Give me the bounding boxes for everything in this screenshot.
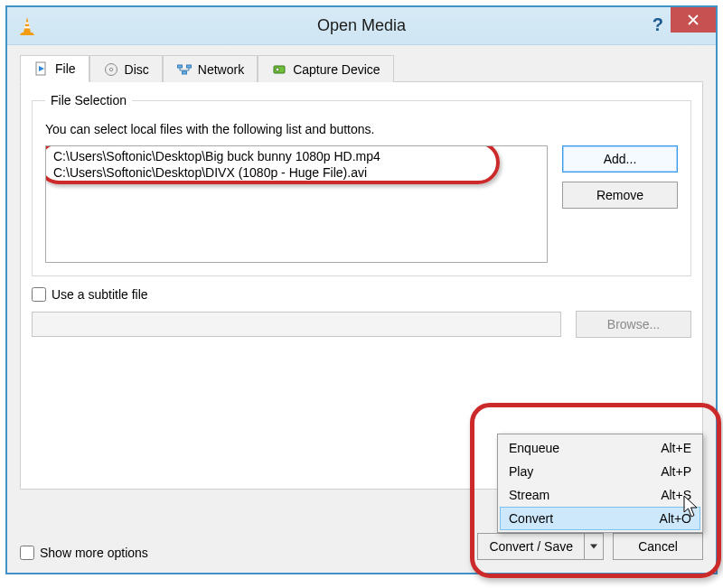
file-selection-hint: You can select local files with the foll… (45, 122, 678, 136)
svg-marker-3 (20, 33, 34, 35)
menu-item-stream[interactable]: Stream Alt+S (500, 483, 700, 507)
file-item[interactable]: C:\Users\Softonic\Desktop\DIVX (1080p - … (46, 164, 547, 181)
menu-accel: Alt+P (661, 464, 691, 479)
svg-point-12 (276, 68, 279, 71)
vlc-cone-icon (18, 16, 36, 36)
menu-item-enqueue[interactable]: Enqueue Alt+E (500, 436, 700, 460)
file-list[interactable]: C:\Users\Softonic\Desktop\Big buck bunny… (45, 145, 548, 263)
svg-point-7 (109, 68, 112, 70)
menu-accel: Alt+O (660, 511, 691, 526)
svg-rect-8 (177, 65, 182, 68)
tab-panel: File Disc (20, 81, 703, 490)
tab-label: Capture Device (293, 62, 380, 77)
menu-accel: Alt+S (661, 488, 691, 502)
tab-capture-device[interactable]: Capture Device (258, 55, 394, 82)
tab-label: Disc (125, 62, 149, 77)
window-title: Open Media (7, 16, 716, 35)
tab-file[interactable]: File (20, 55, 89, 82)
file-play-icon (33, 61, 50, 77)
add-button[interactable]: Add... (562, 145, 678, 173)
convert-save-button[interactable]: Convert / Save (477, 533, 584, 560)
capture-device-icon (271, 61, 287, 78)
file-selection-group: File Selection You can select local file… (32, 93, 691, 276)
network-icon (176, 61, 192, 78)
open-media-window: Open Media ? (0, 0, 723, 588)
use-subtitle-label: Use a subtitle file (52, 287, 148, 302)
svg-marker-0 (23, 17, 31, 33)
svg-rect-1 (25, 22, 28, 23)
tab-label: File (55, 61, 76, 76)
tab-label: Network (198, 62, 244, 77)
convert-save-dropdown-icon[interactable] (584, 533, 604, 560)
menu-accel: Alt+E (661, 441, 691, 455)
show-more-options[interactable]: Show more options (20, 546, 148, 560)
remove-button[interactable]: Remove (562, 182, 678, 209)
svg-marker-13 (590, 545, 597, 549)
tabstrip: File Disc (20, 55, 394, 82)
menu-item-play[interactable]: Play Alt+P (500, 460, 700, 483)
convert-save-splitbutton[interactable]: Convert / Save (477, 533, 604, 560)
help-icon[interactable]: ? (653, 14, 663, 35)
convert-save-menu: Enqueue Alt+E Play Alt+P Stream Alt+S Co… (497, 434, 703, 533)
tab-network[interactable]: Network (163, 55, 258, 82)
subtitle-path-input (32, 312, 561, 337)
menu-item-convert[interactable]: Convert Alt+O (500, 507, 700, 530)
tab-disc[interactable]: Disc (89, 55, 163, 82)
show-more-checkbox[interactable] (20, 546, 34, 560)
file-selection-legend: File Selection (45, 93, 132, 107)
close-button[interactable] (671, 7, 716, 33)
svg-rect-10 (182, 71, 186, 74)
file-item[interactable]: C:\Users\Softonic\Desktop\Big buck bunny… (46, 148, 547, 164)
svg-rect-9 (186, 65, 191, 68)
client-area: File Disc (7, 45, 716, 573)
svg-rect-2 (24, 26, 30, 28)
cancel-button[interactable]: Cancel (613, 533, 703, 560)
use-subtitle-checkbox[interactable] (32, 287, 46, 302)
show-more-label: Show more options (40, 546, 148, 560)
browse-subtitle-button: Browse... (576, 311, 691, 338)
disc-icon (103, 61, 119, 78)
titlebar: Open Media ? (7, 7, 716, 45)
